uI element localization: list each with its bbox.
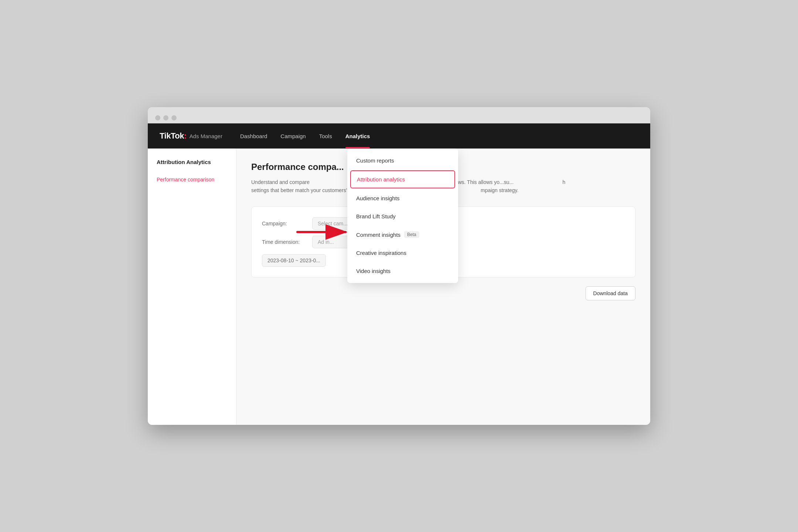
browser-window: TikTok: Ads Manager Dashboard Campaign T… [148, 107, 650, 425]
nav-items: Dashboard Campaign Tools Analytics [240, 124, 638, 148]
nav-campaign[interactable]: Campaign [280, 124, 306, 148]
menu-item-video-insights[interactable]: Video insights [347, 262, 458, 280]
menu-item-brand-lift[interactable]: Brand Lift Study [347, 207, 458, 225]
menu-item-attribution-analytics[interactable]: Attribution analytics [350, 170, 455, 188]
traffic-light-yellow[interactable] [163, 115, 168, 120]
nav-dashboard[interactable]: Dashboard [240, 124, 267, 148]
browser-body: TikTok: Ads Manager Dashboard Campaign T… [148, 123, 650, 425]
menu-item-audience-insights[interactable]: Audience insights [347, 189, 458, 207]
beta-badge: Beta [404, 231, 419, 238]
menu-item-label: Custom reports [356, 157, 394, 164]
nav-analytics[interactable]: Analytics [345, 124, 370, 148]
brand: TikTok: Ads Manager [160, 131, 222, 141]
traffic-light-green[interactable] [171, 115, 177, 120]
menu-item-label: Audience insights [356, 195, 400, 201]
traffic-light-red[interactable] [155, 115, 160, 120]
menu-item-comment-insights[interactable]: Comment insights Beta [347, 225, 458, 244]
sidebar-title: Attribution Analytics [148, 159, 236, 173]
menu-item-label: Attribution analytics [357, 176, 405, 183]
menu-item-label: Brand Lift Study [356, 213, 396, 219]
menu-item-custom-reports[interactable]: Custom reports [347, 151, 458, 170]
analytics-dropdown-menu: Custom reports Attribution analytics Aud… [347, 149, 458, 283]
menu-item-label: Video insights [356, 268, 391, 274]
date-range-picker[interactable]: 2023-08-10 ~ 2023-0... [262, 254, 326, 267]
nav-tools[interactable]: Tools [319, 124, 332, 148]
top-nav: TikTok: Ads Manager Dashboard Campaign T… [148, 123, 650, 149]
sidebar-item-performance[interactable]: Performance comparison [148, 173, 236, 187]
menu-item-creative-inspirations[interactable]: Creative inspirations [347, 244, 458, 262]
browser-chrome [148, 107, 650, 123]
sidebar: Attribution Analytics Performance compar… [148, 149, 236, 425]
actions-row: Download data [251, 286, 635, 300]
download-button[interactable]: Download data [586, 286, 635, 300]
brand-tiktok: TikTok [160, 131, 184, 140]
brand-sub: Ads Manager [190, 133, 222, 139]
main-layout: Attribution Analytics Performance compar… [148, 149, 650, 425]
brand-name: TikTok: [160, 131, 187, 141]
time-dimension-label: Time dimension: [262, 239, 306, 245]
brand-dot: : [184, 131, 187, 140]
campaign-label: Campaign: [262, 221, 306, 226]
menu-item-label: Creative inspirations [356, 250, 406, 256]
menu-item-label: Comment insights [356, 232, 400, 238]
